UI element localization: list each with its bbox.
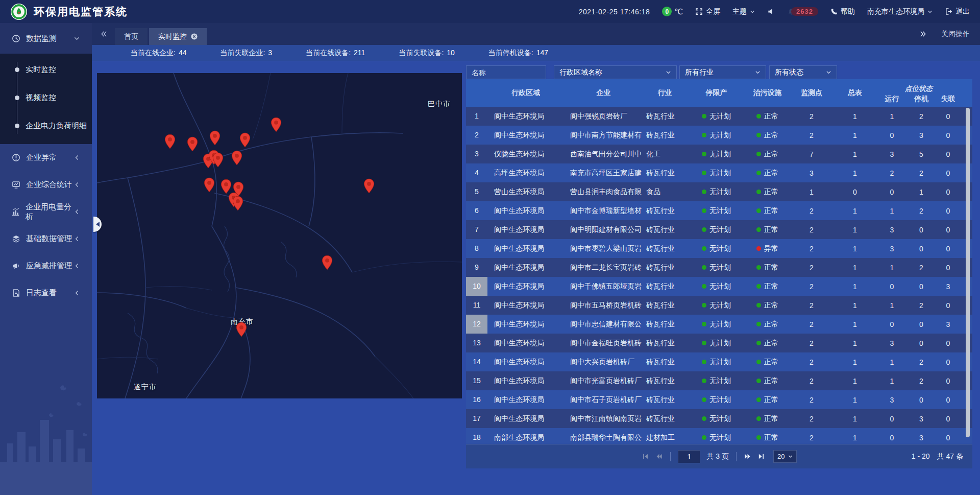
status-dot-icon	[702, 303, 706, 308]
industry-filter-select[interactable]: 所有行业	[679, 65, 766, 79]
table-row[interactable]: 8阆中生态环境局阆中市枣碧大梁山页岩砖瓦行业无计划异常21300	[466, 239, 972, 258]
table-row[interactable]: 18南部生态环境局南部县瑞华土陶有限公建材加工无计划正常21030	[466, 428, 972, 444]
sidebar-item-6[interactable]: 日志查看	[0, 279, 92, 307]
region-filter-select[interactable]: 行政区域名称	[554, 65, 677, 79]
sidebar-subitem-1[interactable]: 视频监控	[0, 84, 92, 112]
cell-industry: 砖瓦行业	[643, 320, 687, 329]
cell-company: 南部县瑞华土陶有限公	[564, 433, 643, 442]
status-dot-icon	[756, 303, 761, 308]
table-row[interactable]: 15阆中生态环境局阆中市光富页岩机砖厂砖瓦行业无计划正常21120	[466, 371, 972, 390]
speaker-muted-icon[interactable]	[767, 8, 775, 15]
stat-value: 3	[268, 49, 272, 58]
table-row[interactable]: 9阆中生态环境局阆中市二龙长宝页岩砖砖瓦行业无计划正常21120	[466, 258, 972, 277]
sidebar-item-0[interactable]: 数据监测	[0, 23, 92, 54]
map-pin-icon[interactable]	[322, 255, 333, 270]
table-row[interactable]: 11阆中生态环境局阆中市五马桥页岩机砖砖瓦行业无计划正常21120	[466, 296, 972, 315]
limit-status-text: 无计划	[709, 358, 731, 367]
cell-points: 2	[789, 207, 835, 215]
header-controls: 2021-02-25 17:46:18 0 ℃ 全屏 主题 2632 帮助 南充…	[579, 7, 970, 16]
page-size-select[interactable]: 20	[773, 450, 796, 463]
map-pin-icon[interactable]	[164, 134, 176, 149]
sidebar-item-1[interactable]: 企业异常	[0, 144, 92, 171]
table-row[interactable]: 4高坪生态环境局南充市高坪区王家店建砖瓦行业无计划正常31220	[466, 163, 972, 182]
table-row[interactable]: 17阆中生态环境局阆中市江南镇阆南页岩砖瓦行业无计划正常21030	[466, 409, 972, 428]
theme-dropdown[interactable]: 主题	[732, 7, 755, 16]
fullscreen-button[interactable]: 全屏	[695, 7, 720, 16]
last-page-button[interactable]	[757, 453, 765, 460]
cell-limit: 无计划	[687, 395, 746, 405]
map-pin-icon[interactable]	[363, 178, 375, 194]
help-button[interactable]: 帮助	[830, 7, 855, 16]
cell-limit: 无计划	[687, 112, 746, 121]
cell-company: 西南油气田分公司川中	[564, 150, 643, 159]
sidebar-item-4[interactable]: 基础数据管理	[0, 225, 92, 252]
cell-limit: 无计划	[687, 131, 746, 140]
map-canvas[interactable]: 巴中市南充市遂宁市	[97, 73, 462, 398]
map-pin-icon[interactable]	[212, 152, 224, 168]
limit-status-text: 无计划	[709, 263, 731, 272]
map-pin-icon[interactable]	[271, 117, 282, 132]
next-page-button[interactable]	[744, 453, 751, 460]
sidebar-subitem-0[interactable]: 实时监控	[0, 56, 92, 84]
cell-treatment: 正常	[746, 112, 789, 121]
tabs-scroll-right-icon[interactable]	[919, 30, 927, 38]
cell-treatment: 正常	[746, 263, 789, 272]
filter-bar: 行政区域名称 所有行业 所有状态	[466, 65, 972, 79]
map-pin-icon[interactable]	[232, 196, 243, 211]
tab-0[interactable]: 首页	[115, 28, 148, 45]
cell-company: 阆中市忠信建材有限公	[564, 320, 643, 329]
close-operations-button[interactable]: 关闭操作	[941, 30, 970, 39]
cell-meter: 1	[835, 358, 875, 366]
table-row[interactable]: 16阆中生态环境局阆中市石子页岩机砖厂砖瓦行业无计划正常21300	[466, 390, 972, 409]
cell-region: 阆中生态环境局	[487, 225, 564, 234]
region-filter-value: 行政区域名称	[559, 68, 602, 77]
org-dropdown[interactable]: 南充市生态环境局	[867, 7, 933, 16]
map-pin-icon[interactable]	[231, 150, 242, 166]
tabs-scroll-left-icon[interactable]	[100, 30, 108, 38]
notifications-button[interactable]: 2632	[787, 7, 818, 16]
table-row[interactable]: 13阆中生态环境局阆中市金福旺页岩机砖砖瓦行业无计划正常21300	[466, 334, 972, 352]
table-row[interactable]: 6阆中生态环境局阆中市金博瑞新型墙材砖瓦行业无计划正常21120	[466, 201, 972, 220]
sidebar-item-2[interactable]: 企业综合统计	[0, 171, 92, 198]
limit-status-text: 无计划	[709, 150, 731, 159]
sidebar-subitem-2[interactable]: 企业电力负荷明细	[0, 112, 92, 140]
map-pin-icon[interactable]	[239, 132, 251, 148]
sidebar-item-5[interactable]: 应急减排管理	[0, 252, 92, 279]
map-pin-icon[interactable]	[236, 322, 247, 337]
first-page-button[interactable]	[642, 453, 649, 460]
table-scrollbar[interactable]	[966, 108, 970, 437]
table-row[interactable]: 7阆中生态环境局阆中明阳建材有限公司砖瓦行业无计划正常21300	[466, 220, 972, 239]
cell-no: 14	[466, 352, 487, 371]
page-number-input[interactable]: 1	[678, 450, 700, 463]
status-dot-icon	[756, 152, 761, 156]
name-filter-input[interactable]	[466, 65, 546, 79]
table-row[interactable]: 10阆中生态环境局阆中千佛镇五郎垭页岩砖瓦行业无计划正常21003	[466, 277, 972, 296]
close-icon	[191, 33, 198, 40]
table-row[interactable]: 12阆中生态环境局阆中市忠信建材有限公砖瓦行业无计划正常21003	[466, 315, 972, 334]
previous-page-button[interactable]	[655, 453, 663, 460]
tab-1[interactable]: 实时监控	[149, 28, 207, 45]
stat-value: 211	[354, 49, 365, 58]
sidebar-nav: 数据监测实时监控视频监控企业电力负荷明细企业异常企业综合统计企业用电量分析基础数…	[0, 23, 92, 307]
chevron-left-icon	[74, 236, 80, 242]
map-pin-icon[interactable]	[204, 177, 215, 193]
table-row[interactable]: 2阆中生态环境局阆中市南方节能建材有砖瓦行业无计划正常21030	[466, 126, 972, 145]
cell-no: 10	[466, 277, 487, 296]
table-row[interactable]: 3仪陇生态环境局西南油气田分公司川中化工无计划正常71350	[466, 145, 972, 163]
limit-status-text: 无计划	[709, 320, 731, 329]
table-row[interactable]: 1阆中生态环境局阆中强锐页岩砖厂砖瓦行业无计划正常21120	[466, 107, 972, 126]
exit-button[interactable]: 退出	[945, 7, 970, 16]
status-filter-select[interactable]: 所有状态	[769, 65, 837, 79]
cell-industry: 建材加工	[643, 433, 687, 442]
sidebar-item-3[interactable]: 企业用电量分析	[0, 198, 92, 225]
table-row[interactable]: 5营山生态环境局营山县润丰肉食品有限食品无计划正常10010	[466, 182, 972, 201]
table-row[interactable]: 14阆中生态环境局阆中大兴页岩机砖厂砖瓦行业无计划正常21120	[466, 352, 972, 371]
limit-status-text: 无计划	[709, 395, 731, 405]
cell-industry: 砖瓦行业	[643, 225, 687, 234]
stat-label: 当前在线设备:	[306, 49, 351, 58]
stat-label: 当前停机设备:	[488, 49, 533, 58]
map-pin-icon[interactable]	[187, 136, 198, 152]
cell-meter: 1	[835, 320, 875, 328]
map-pin-icon[interactable]	[209, 130, 220, 146]
cell-stop: 2	[909, 377, 934, 385]
